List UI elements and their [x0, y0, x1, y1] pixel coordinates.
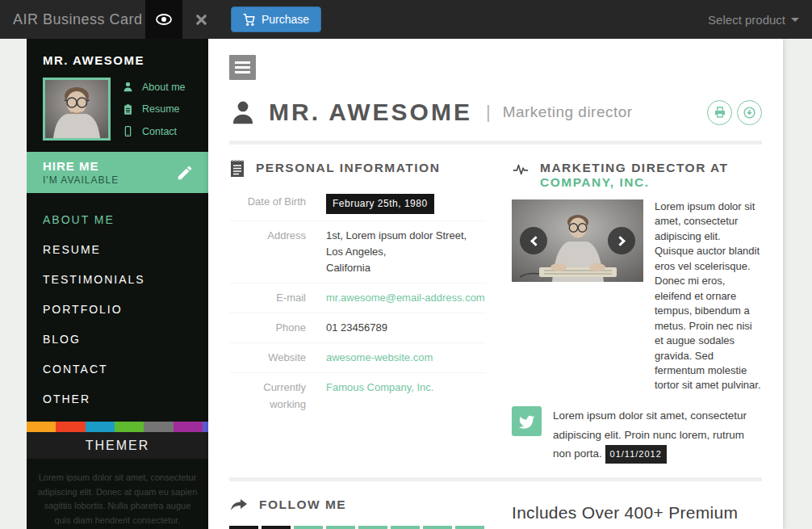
- preview-button[interactable]: [145, 0, 182, 39]
- select-product-dropdown[interactable]: Select product: [708, 13, 799, 27]
- quick-link-label: About me: [142, 82, 186, 93]
- select-product-label: Select product: [708, 13, 785, 27]
- nav-item-testimonials[interactable]: TESTIMONIALS: [27, 264, 208, 294]
- quick-link-label: Contact: [142, 126, 177, 137]
- main-content: MR. AWESOME | Marketing director: [208, 39, 783, 529]
- twitter-icon[interactable]: [512, 406, 542, 436]
- subtitle-separator: |: [486, 102, 491, 123]
- caret-down-icon: [791, 18, 799, 22]
- stripe-segment[interactable]: [174, 422, 203, 432]
- sidebar-footer-text: Lorem ipsum dolor sit amet, consectetur …: [27, 459, 208, 529]
- print-icon: [714, 106, 726, 119]
- nav-item-resume[interactable]: RESUME: [27, 234, 208, 264]
- dob-badge: February 25th, 1980: [326, 194, 434, 214]
- pulse-icon: [512, 160, 529, 178]
- user-icon: [229, 98, 257, 127]
- picasa-icon[interactable]: [326, 526, 355, 529]
- tweet-text: Lorem ipsum dolor sit amet, consectetur …: [553, 406, 762, 464]
- info-row-currently-working: Currently working Famous Company, Inc.: [229, 373, 486, 418]
- theme-color-stripe[interactable]: [27, 422, 208, 432]
- tweet-date-badge: 01/11/2012: [605, 445, 667, 464]
- info-row-dob: Date of Birth February 25th, 1980: [229, 187, 486, 221]
- share-icon: [229, 497, 249, 513]
- themer-bar[interactable]: THEMER: [27, 432, 208, 459]
- hamburger-icon: [235, 61, 250, 64]
- sidebar: MR. AWESOME: [27, 39, 208, 529]
- behance-glasses-icon[interactable]: [423, 526, 452, 529]
- image-carousel: [512, 199, 643, 282]
- personal-info-heading: PERSONAL INFORMATION: [256, 161, 440, 175]
- follow-me-section: FOLLOW ME f g+: [229, 498, 486, 529]
- page-subtitle: Marketing director: [503, 103, 633, 121]
- close-icon: [195, 14, 207, 26]
- nav-item-about-me[interactable]: ABOUT ME: [27, 204, 208, 234]
- topbar: AIR Business Card Purchase Select produc…: [0, 0, 812, 39]
- hire-me-banner[interactable]: HIRE ME I'M AVAILABLE: [27, 152, 208, 193]
- tumblr-icon[interactable]: t.: [358, 526, 387, 529]
- sidebar-nav: ABOUT ME RESUME TESTIMONIALS PORTFOLIO B…: [27, 193, 208, 422]
- page-title: MR. AWESOME: [269, 99, 472, 126]
- promo-text: Includes Over 400+ Premium Glyphicons PR…: [512, 498, 762, 529]
- info-row-phone: Phone 01 23456789: [229, 313, 486, 343]
- print-button[interactable]: [707, 100, 732, 125]
- phone-icon: [122, 125, 134, 137]
- position-heading-line1: MARKETING DIRECTOR AT: [540, 161, 729, 174]
- purchase-label: Purchase: [262, 13, 309, 26]
- twitter-social-icon[interactable]: [262, 526, 291, 529]
- stripe-segment[interactable]: [27, 422, 56, 432]
- linkedin-icon[interactable]: in: [455, 526, 484, 529]
- promo-section: Includes Over 400+ Premium Glyphicons PR…: [512, 498, 762, 529]
- notes-icon: [229, 160, 245, 178]
- google-plus-icon[interactable]: g+: [294, 526, 323, 529]
- stripe-segment[interactable]: [144, 422, 173, 432]
- purchase-button[interactable]: Purchase: [231, 6, 321, 32]
- stripe-segment[interactable]: [115, 422, 144, 432]
- chevron-right-icon: [615, 236, 626, 246]
- quick-link-resume[interactable]: Resume: [122, 103, 186, 115]
- close-button[interactable]: [182, 0, 220, 39]
- profile-card: MR. AWESOME: [27, 39, 208, 152]
- page-header: MR. AWESOME | Marketing director: [229, 98, 762, 127]
- hamburger-menu-button[interactable]: [229, 55, 256, 80]
- nav-item-blog[interactable]: BLOG: [27, 324, 208, 354]
- user-icon: [122, 81, 134, 93]
- download-icon: [743, 106, 756, 120]
- position-heading-line2: COMPANY, INC.: [540, 175, 649, 189]
- website-link[interactable]: awesome-website.com: [326, 351, 433, 363]
- clipboard-icon: [122, 103, 134, 115]
- dribbble-icon[interactable]: [391, 526, 420, 529]
- info-row-email: E-mail mr.awesome@email-address.com: [229, 283, 486, 313]
- stripe-segment[interactable]: [86, 422, 115, 432]
- cart-icon: [243, 14, 255, 26]
- app-title: AIR Business Card: [0, 11, 145, 28]
- follow-me-heading: FOLLOW ME: [259, 498, 346, 512]
- hire-me-subtitle: I'M AVAILABLE: [43, 174, 119, 186]
- personal-info-section: PERSONAL INFORMATION Date of Birth Febru…: [229, 161, 486, 464]
- carousel-next-button[interactable]: [608, 227, 635, 254]
- eye-icon: [156, 14, 172, 25]
- facebook-icon[interactable]: f: [229, 526, 258, 529]
- nav-item-contact[interactable]: CONTACT: [27, 354, 208, 384]
- stripe-segment[interactable]: [203, 422, 208, 432]
- position-section: MARKETING DIRECTOR AT COMPANY, INC.: [512, 161, 762, 464]
- hire-me-title: HIRE ME: [43, 159, 119, 173]
- info-row-address: Address 1st, Lorem ipsum dolor Street, L…: [229, 221, 486, 283]
- nav-item-other[interactable]: OTHER: [27, 384, 208, 414]
- download-button[interactable]: [737, 100, 762, 125]
- stripe-segment[interactable]: [56, 422, 85, 432]
- profile-name: MR. AWESOME: [43, 53, 195, 67]
- social-icons: f g+: [229, 526, 486, 529]
- quick-link-about-me[interactable]: About me: [122, 81, 186, 93]
- avatar: [43, 78, 111, 141]
- quick-link-contact[interactable]: Contact: [122, 125, 186, 137]
- email-link[interactable]: mr.awesome@email-address.com: [326, 292, 485, 304]
- info-row-website: Website awesome-website.com: [229, 343, 486, 373]
- position-description: Lorem ipsum dolor sit amet, consectetur …: [655, 199, 762, 393]
- nav-item-portfolio[interactable]: PORTFOLIO: [27, 294, 208, 324]
- pencil-icon: [176, 164, 194, 182]
- chevron-left-icon: [530, 236, 541, 246]
- company-link[interactable]: Famous Company, Inc.: [326, 381, 433, 393]
- carousel-prev-button[interactable]: [520, 227, 547, 254]
- tweet-row: Lorem ipsum dolor sit amet, consectetur …: [512, 406, 762, 464]
- quick-link-label: Resume: [142, 103, 180, 115]
